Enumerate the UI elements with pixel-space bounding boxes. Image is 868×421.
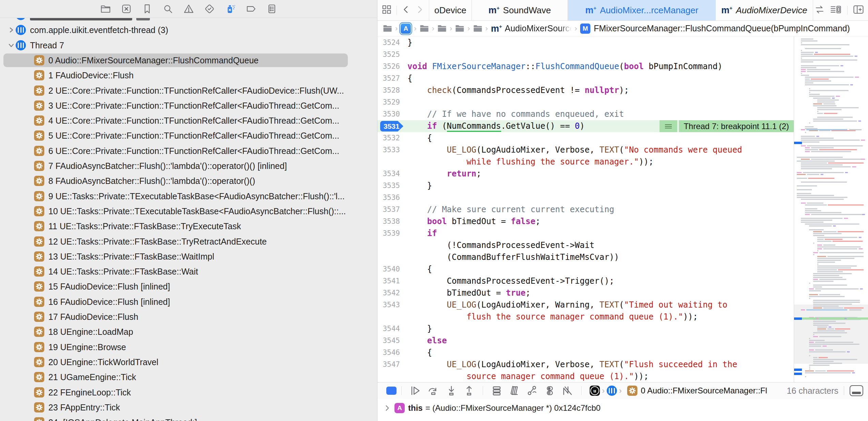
stack-frame-row[interactable]: 8 FAudioAsyncBatcher::Flush()::'lambda'(…: [0, 173, 377, 188]
stack-frame-row[interactable]: 4 UE::Core::Private::Function::TFunction…: [0, 113, 377, 128]
code-line[interactable]: 3540 {: [377, 263, 794, 275]
memory-graph-button[interactable]: [509, 386, 520, 396]
line-number[interactable]: 3527: [377, 73, 400, 84]
breadcrumb-folder-icon[interactable]: [455, 25, 464, 32]
thread-row[interactable]: Thread 7: [0, 38, 377, 53]
breadcrumb-symbol[interactable]: MFMixerSourceManager::FlushCommandQueue(…: [580, 24, 850, 34]
debug-frame-label[interactable]: 0 Audio::FMixerSourceManager::Fl: [641, 386, 767, 395]
variable-row[interactable]: A this = (Audio::FMixerSourceManager *) …: [384, 403, 601, 413]
step-over-button[interactable]: [428, 386, 439, 396]
line-number[interactable]: 3532: [377, 132, 400, 144]
breakpoints-navigator-icon[interactable]: [246, 4, 256, 14]
tab-overview-icon[interactable]: [382, 4, 392, 16]
breadcrumb-folder-icon[interactable]: [420, 25, 429, 32]
breakpoint-menu-icon[interactable]: [660, 120, 677, 132]
swap-editor-icon[interactable]: [815, 4, 825, 16]
debug-graph-button[interactable]: [527, 386, 537, 396]
stack-frame-row[interactable]: 21 UGameEngine::Tick: [0, 370, 377, 385]
breadcrumb-app-icon[interactable]: A: [401, 24, 411, 34]
code-line[interactable]: 3534 return;: [377, 168, 794, 180]
line-number[interactable]: 3540: [377, 263, 400, 275]
editor-tab[interactable]: oDevice: [429, 0, 472, 20]
editor-tab[interactable]: m+SoundWave: [472, 0, 568, 20]
editor-tab[interactable]: m+AudioMixer...rceManager: [568, 0, 716, 20]
stack-frame-row[interactable]: 13 UE::Tasks::Private::FTaskBase::WaitIm…: [0, 249, 377, 264]
frame-gear-icon[interactable]: [627, 386, 637, 396]
stack-frame-row[interactable]: 6 UE::Core::Private::Function::TFunction…: [0, 143, 377, 158]
code-line[interactable]: 3529: [377, 96, 794, 108]
editor-tab[interactable]: m+AudioMixerDevice: [716, 0, 813, 20]
source-editor[interactable]: 3524}35253526void FMixerSourceManager::F…: [377, 36, 794, 382]
code-line[interactable]: 3544 }: [377, 323, 794, 335]
hide-debug-area-button[interactable]: [850, 385, 863, 396]
line-number[interactable]: 3545: [377, 335, 400, 347]
line-number[interactable]: 3535: [377, 180, 400, 192]
stack-frame-row[interactable]: 24 -[IOSAppDelegate MainAppThread:]: [0, 415, 377, 421]
code-line-breakpoint[interactable]: 3531 if (NumCommands.GetValue() == 0)Thr…: [377, 120, 794, 132]
line-number[interactable]: 3539: [377, 228, 400, 239]
code-line[interactable]: (!CommandsProcessedEvent->Wait: [377, 239, 794, 251]
code-line[interactable]: 3546 {: [377, 347, 794, 359]
line-number[interactable]: 3547: [377, 359, 400, 371]
code-line[interactable]: source manager command queue (1)."));: [377, 371, 794, 382]
breadcrumb-file[interactable]: m+AudioMixerSourceM: [491, 24, 572, 33]
stack-frame-row[interactable]: 7 FAudioAsyncBatcher::Flush()::'lambda'(…: [0, 158, 377, 173]
stack-frame-row[interactable]: 3 UE::Core::Private::Function::TFunction…: [0, 98, 377, 113]
line-number[interactable]: 3526: [377, 61, 400, 73]
code-line[interactable]: while flushing the source manager."));: [377, 156, 794, 168]
stack-frame-row[interactable]: 19 UEngine::Browse: [0, 340, 377, 355]
step-out-button[interactable]: [464, 386, 474, 396]
issues-navigator-icon[interactable]: [184, 4, 194, 14]
process-icon[interactable]: u: [590, 386, 600, 396]
stack-frame-row[interactable]: 5 UE::Core::Private::Function::TFunction…: [0, 128, 377, 143]
stack-frame-row[interactable]: 2 UE::Core::Private::Function::TFunction…: [0, 83, 377, 98]
code-line[interactable]: 3524}: [377, 37, 794, 49]
code-line[interactable]: 3537 // Make sure current current execut…: [377, 204, 794, 216]
line-number[interactable]: 3524: [377, 37, 400, 49]
breakpoint-annotation[interactable]: Thread 7: breakpoint 11.1 (2): [660, 120, 794, 132]
line-number[interactable]: 3537: [377, 204, 400, 216]
stack-frame-row[interactable]: 18 UEngine::LoadMap: [0, 324, 377, 339]
code-line[interactable]: 3525: [377, 49, 794, 61]
stack-frame-row[interactable]: 20 UEngine::TickWorldTravel: [0, 355, 377, 370]
code-line[interactable]: 3527{: [377, 73, 794, 84]
code-line[interactable]: 3526void FMixerSourceManager::FlushComma…: [377, 61, 794, 73]
code-line[interactable]: 3543 UE_LOG(LogAudioMixer, Warning, TEXT…: [377, 299, 794, 311]
reports-navigator-icon[interactable]: [267, 4, 277, 14]
line-number[interactable]: 3534: [377, 168, 400, 180]
line-number[interactable]: 3544: [377, 323, 400, 335]
line-number[interactable]: 3536: [377, 192, 400, 204]
project-navigator-icon[interactable]: [100, 4, 111, 14]
breakpoint-arrow-badge[interactable]: 3531: [380, 121, 403, 131]
code-line[interactable]: 3539 if: [377, 228, 794, 239]
tests-navigator-icon[interactable]: [204, 4, 215, 14]
breadcrumb-folder-icon[interactable]: [473, 25, 482, 32]
stack-frame-row[interactable]: 12 UE::Tasks::Private::FTaskBase::TryRet…: [0, 234, 377, 249]
line-number[interactable]: 3543: [377, 299, 400, 311]
disclosure-chevron-icon[interactable]: [384, 404, 390, 412]
editor-options-icon[interactable]: [830, 4, 842, 16]
code-line[interactable]: flush the source manager command queue (…: [377, 311, 794, 323]
stack-frame-row[interactable]: 15 FAudioDevice::Flush [inlined]: [0, 279, 377, 294]
stack-frame-row[interactable]: 17 FAudioDevice::Flush: [0, 309, 377, 324]
thread-row[interactable]: com.apple.uikit.eventfetch-thread (3): [0, 22, 377, 37]
breadcrumb-folder-icon[interactable]: [437, 25, 447, 32]
line-number[interactable]: 3541: [377, 275, 400, 287]
forward-button[interactable]: [415, 4, 424, 16]
line-number[interactable]: 3538: [377, 216, 400, 228]
view-hierarchy-button[interactable]: [492, 386, 502, 396]
stack-frame-row[interactable]: 22 FEngineLoop::Tick: [0, 385, 377, 400]
code-line[interactable]: 3532 {: [377, 132, 794, 144]
debug-navigator-icon[interactable]: [225, 4, 235, 14]
code-line[interactable]: 3542 bTimedOut = true;: [377, 287, 794, 299]
line-number[interactable]: 3528: [377, 84, 400, 96]
code-line[interactable]: 3538 bool bTimedOut = false;: [377, 216, 794, 228]
environment-overrides-button[interactable]: [545, 386, 555, 396]
code-line[interactable]: 3547 UE_LOG(LogAudioMixer, Verbose, TEXT…: [377, 359, 794, 371]
line-number[interactable]: 3546: [377, 347, 400, 359]
line-number[interactable]: 3530: [377, 108, 400, 120]
breakpoints-toggle-button[interactable]: [386, 387, 397, 395]
code-line[interactable]: 3541 CommandsProcessedEvent->Trigger();: [377, 275, 794, 287]
bookmarks-navigator-icon[interactable]: [142, 4, 152, 14]
chevron-down-icon[interactable]: [7, 42, 15, 49]
